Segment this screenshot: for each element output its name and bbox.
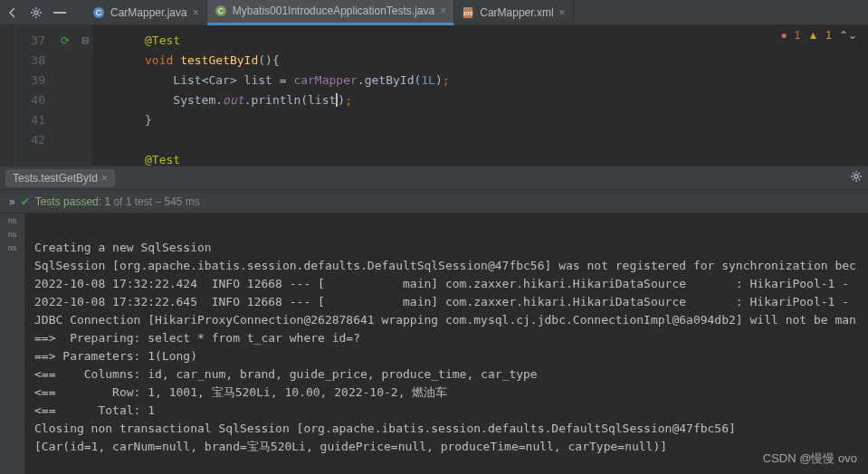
console-line: [Car(id=1, carNum=null, brand=宝马520Li, g…: [34, 440, 667, 453]
java-class-icon: C: [215, 5, 227, 17]
run-tab[interactable]: Tests.testGetById ×: [5, 169, 115, 187]
settings-gear-icon[interactable]: [850, 170, 863, 185]
svg-text:C: C: [217, 6, 224, 15]
close-icon[interactable]: ×: [559, 6, 566, 19]
warning-badge-icon: ▲: [807, 29, 818, 42]
check-icon: ✔: [21, 195, 30, 208]
test-status-bar: » ✔ Tests passed: 1 of 1 test – 545 ms: [0, 190, 868, 213]
console-line: Creating a new SqlSession: [34, 241, 212, 254]
run-tool-tabbar: Tests.testGetById ×: [0, 166, 868, 190]
watermark: CSDN @慢慢 ovo: [763, 450, 857, 467]
inspection-badges[interactable]: ●1 ▲1 ⌃⌄: [780, 29, 857, 42]
run-gutter-icon[interactable]: ⟳: [52, 31, 78, 51]
expand-icon[interactable]: »: [9, 195, 15, 208]
console-line: ==> Parameters: 1(Long): [34, 349, 197, 363]
svg-rect-1: [53, 12, 66, 14]
console-line: <== Total: 1: [34, 403, 155, 417]
console-line: ==> Preparing: select * from t_car where…: [34, 331, 360, 345]
line-number-gutter: 37 38 39 40 41 42: [16, 25, 52, 166]
console-line: 2022-10-08 17:32:22.424 INFO 12668 --- […: [34, 277, 856, 290]
console-line: SqlSession [org.apache.ibatis.session.de…: [34, 259, 856, 272]
console-output[interactable]: Creating a new SqlSession SqlSession [or…: [25, 213, 868, 474]
console-line: <== Row: 1, 1001, 宝马520Li, 10.00, 2022-1…: [34, 385, 447, 399]
svg-point-8: [854, 175, 858, 178]
console-side-tabs[interactable]: nsnsns: [0, 213, 25, 474]
fold-gutter: ⊟: [78, 25, 92, 166]
settings-gear-icon[interactable]: [29, 5, 43, 20]
tab-label: Mybatis001IntroduceApplicationTests.java: [233, 5, 434, 17]
code-area[interactable]: @Test void testGetById(){ List<Car> list…: [92, 25, 868, 166]
console-line: 2022-10-08 17:32:22.645 INFO 12668 --- […: [34, 295, 856, 308]
tab-carmapper-xml[interactable]: xml CarMapper.xml ×: [454, 0, 573, 25]
editor-left-strip: [0, 25, 16, 166]
tab-label: CarMapper.java: [110, 6, 187, 19]
console-line: Closing non transactional SqlSession [or…: [34, 422, 736, 435]
error-badge-icon: ●: [780, 29, 787, 42]
console-panel: nsnsns Creating a new SqlSession SqlSess…: [0, 213, 868, 474]
svg-point-0: [34, 11, 38, 14]
fold-icon[interactable]: ⊟: [78, 31, 92, 51]
code-editor[interactable]: 37 38 39 40 41 42 ⟳ ⊟ @Test void testGet…: [0, 25, 868, 166]
close-icon[interactable]: ×: [193, 6, 199, 19]
svg-text:xml: xml: [463, 10, 473, 16]
tab-label: CarMapper.xml: [480, 6, 553, 19]
svg-text:C: C: [96, 8, 102, 17]
xml-file-icon: xml: [462, 6, 474, 19]
editor-tabs: C CarMapper.java × C Mybatis001Introduce…: [85, 0, 574, 25]
tab-tests-java[interactable]: C Mybatis001IntroduceApplicationTests.ja…: [207, 0, 454, 25]
status-text: Tests passed: 1 of 1 test – 545 ms: [35, 195, 200, 208]
gutter-icons: ⟳: [52, 25, 78, 166]
console-line: JDBC Connection [HikariProxyConnection@2…: [34, 313, 856, 327]
horizontal-bar-icon[interactable]: [52, 5, 67, 20]
annotation: @Test: [145, 33, 180, 47]
java-class-icon: C: [92, 6, 105, 19]
back-icon[interactable]: [5, 5, 20, 20]
chevron-up-down-icon[interactable]: ⌃⌄: [839, 29, 857, 42]
close-icon[interactable]: ×: [101, 172, 108, 185]
console-line: <== Columns: id, car_num, brand, guide_p…: [34, 367, 538, 381]
tab-carmapper-java[interactable]: C CarMapper.java ×: [85, 0, 207, 25]
run-tab-label: Tests.testGetById: [13, 172, 98, 185]
close-icon[interactable]: ×: [440, 5, 446, 17]
annotation: @Test: [145, 153, 180, 166]
main-toolbar: C CarMapper.java × C Mybatis001Introduce…: [0, 0, 868, 25]
